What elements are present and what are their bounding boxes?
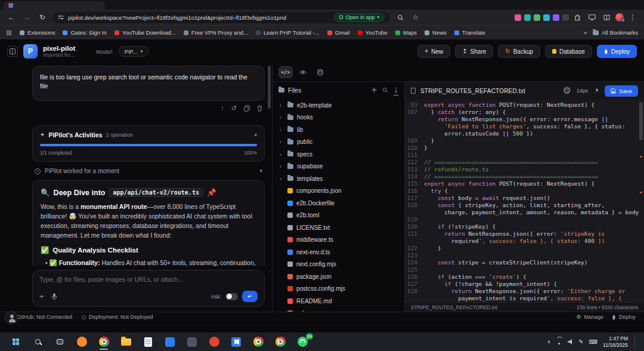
editor-settings-icon[interactable]: [562, 86, 571, 96]
bookmark-youtube[interactable]: YouTube: [358, 29, 388, 36]
file-tree-item[interactable]: public: [275, 136, 401, 149]
wifi-icon[interactable]: [556, 339, 562, 344]
chevron-down-icon[interactable]: [254, 133, 257, 138]
file-tree-item[interactable]: hooks: [275, 112, 401, 124]
retry-icon[interactable]: ↺: [231, 105, 237, 112]
new-file-button[interactable]: +: [371, 85, 377, 95]
bookmark-news[interactable]: News: [425, 29, 447, 36]
code-area[interactable]: 93 export async function POST(request: N…: [405, 100, 644, 302]
file-path-chip[interactable]: app/api/chat-v2/route.ts: [109, 188, 203, 197]
bookmark-star-icon[interactable]: ☆: [410, 12, 421, 23]
chat-scrollbar[interactable]: [267, 63, 272, 312]
reading-list-icon[interactable]: [601, 12, 612, 23]
github-status[interactable]: GitHub: Not Connected: [8, 314, 72, 320]
activities-card[interactable]: PiPilot's Activities 1 operation 1/1 com…: [32, 125, 265, 162]
bookmark-free-vpn-proxy[interactable]: Free VPN Proxy and...: [184, 29, 248, 36]
pen-icon[interactable]: [578, 339, 583, 345]
pin-icon[interactable]: [593, 88, 599, 94]
url-bar[interactable]: pipilot.dev/workspace?newProject=fl18f3x…: [52, 12, 390, 23]
file-tree-item[interactable]: components.json: [275, 185, 401, 198]
whatsapp-icon[interactable]: 69: [295, 334, 309, 350]
attach-plus-button[interactable]: +: [39, 292, 44, 300]
deploy-status-button[interactable]: Deploy: [612, 314, 636, 320]
sidebar-toggle-button[interactable]: [7, 46, 18, 57]
worked-row[interactable]: PiPilot worked for a moment: [32, 166, 265, 176]
file-tree-item[interactable]: lib: [275, 124, 401, 136]
store-icon[interactable]: [163, 334, 177, 350]
volume-icon[interactable]: [568, 339, 573, 344]
apps-grid-icon[interactable]: [6, 30, 12, 36]
notepad-icon[interactable]: [141, 334, 155, 350]
file-tree-item[interactable]: middleware.ts: [275, 234, 401, 247]
model-select[interactable]: PiP...: [119, 46, 149, 57]
chrome-profile3-icon[interactable]: [273, 334, 287, 350]
floating-assistant-button[interactable]: [5, 311, 18, 324]
delete-icon[interactable]: [257, 105, 262, 112]
search-button[interactable]: [30, 334, 45, 350]
copy-icon[interactable]: [244, 105, 250, 112]
start-button[interactable]: [8, 334, 23, 350]
profile-avatar[interactable]: [615, 13, 624, 21]
file-tree-item[interactable]: LICENSE.txt: [275, 221, 401, 234]
download-icon[interactable]: [394, 85, 398, 96]
backup-button[interactable]: Backup: [498, 45, 540, 58]
file-tree-item[interactable]: schema...: [275, 307, 401, 312]
show-desktop-button[interactable]: [634, 336, 636, 348]
firefox-icon[interactable]: [75, 334, 89, 350]
extension-icon-purple[interactable]: [553, 14, 559, 21]
deployment-status[interactable]: Deployment: Not Deployed: [82, 314, 153, 320]
file-tree-item[interactable]: specs: [275, 148, 401, 161]
bookmarks-overflow-button[interactable]: »: [584, 29, 587, 36]
save-button[interactable]: Save: [605, 85, 638, 97]
bookmark-gmail[interactable]: Gmail: [327, 29, 350, 36]
screen-share-icon[interactable]: [587, 12, 597, 23]
chrome-profile-icon[interactable]: [207, 334, 221, 350]
send-button[interactable]: [242, 291, 258, 302]
hidden-icons-chevron[interactable]: [547, 340, 550, 344]
editor-scrollbar-thumb[interactable]: [639, 102, 643, 140]
bookmark-gates-sign-in[interactable]: Gates: Sign In: [63, 29, 106, 36]
all-bookmarks-button[interactable]: All Bookmarks: [593, 29, 638, 36]
open-in-app-button[interactable]: Open in app ▾: [334, 13, 385, 22]
extension-icon-dark[interactable]: [562, 14, 569, 21]
reload-button[interactable]: ↻: [37, 12, 48, 23]
search-in-page-icon[interactable]: [395, 12, 405, 23]
extension-icon-teal[interactable]: [524, 14, 531, 21]
bookmark-youtube-download[interactable]: YouTube Download...: [114, 29, 176, 36]
chrome-icon[interactable]: [97, 334, 111, 350]
chat-input[interactable]: [39, 276, 258, 283]
tab-preview-view[interactable]: [296, 66, 310, 78]
new-button[interactable]: New: [417, 45, 450, 58]
file-tree-item[interactable]: supabase: [275, 161, 401, 173]
extension-icon-pink[interactable]: [515, 14, 521, 21]
tab-code-view[interactable]: [278, 66, 293, 78]
file-tree-item[interactable]: postcss.config.mjs: [275, 283, 401, 295]
browser-tab[interactable]: [4, 1, 105, 10]
bookmark-maps[interactable]: Maps: [395, 29, 417, 36]
back-button[interactable]: ←: [6, 12, 17, 23]
file-tree-item[interactable]: e2b-template: [275, 99, 401, 112]
bookmark-translate[interactable]: Translate: [454, 29, 485, 36]
deploy-button[interactable]: Deploy: [597, 45, 637, 58]
touch-keyboard-icon[interactable]: [589, 339, 597, 345]
file-tree-item[interactable]: package.json: [275, 270, 401, 283]
file-tree-item[interactable]: e2b.toml: [275, 210, 401, 222]
share-button[interactable]: Share: [455, 45, 493, 58]
search-files-icon[interactable]: [382, 87, 388, 93]
editor-scrollbar[interactable]: [639, 102, 643, 298]
file-tree-item[interactable]: README.md: [275, 295, 401, 307]
extensions-puzzle-icon[interactable]: [572, 12, 583, 23]
taskbar-clock[interactable]: 1:47 PM 11/16/2025: [603, 335, 628, 348]
file-tree-item[interactable]: templates: [275, 173, 401, 185]
vscode-icon[interactable]: [229, 334, 243, 350]
chrome-profile2-icon[interactable]: [251, 334, 265, 350]
task-view-button[interactable]: [52, 334, 67, 350]
extension-icon-green[interactable]: [534, 14, 540, 21]
file-explorer-icon[interactable]: [119, 334, 133, 350]
file-tree-item[interactable]: next.config.mjs: [275, 258, 401, 271]
chat-scrollbar-thumb[interactable]: [268, 66, 271, 109]
database-button[interactable]: Database: [545, 45, 592, 58]
site-settings-icon[interactable]: [58, 14, 64, 20]
file-tree-item[interactable]: e2b.Dockerfile: [275, 197, 401, 210]
bookmark-extensions[interactable]: Extensions: [20, 29, 55, 36]
